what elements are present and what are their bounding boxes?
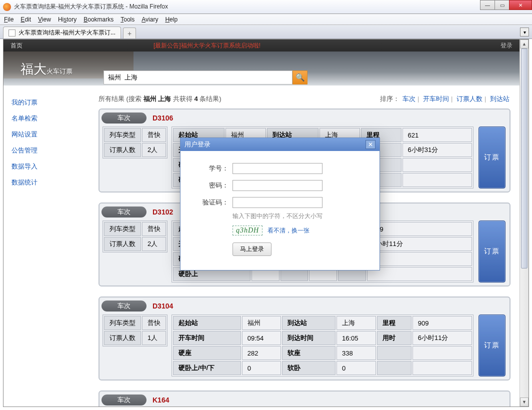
captcha-input[interactable]	[232, 197, 322, 208]
password-input[interactable]	[232, 180, 322, 191]
maximize-button[interactable]: ▭	[494, 0, 510, 10]
window-titlebar: 火车票查询结果-福州大学火车票订票系统 - Mozilla Firefox — …	[0, 0, 532, 14]
book-button[interactable]: 订票	[478, 220, 506, 282]
train-card: 车次 D3104 列车类型普快 订票人数1人 起始站福州 到达站上海 里	[98, 296, 510, 380]
nav-login[interactable]: 登录	[500, 42, 512, 50]
site-topbar: 首页 [最新公告]福州大学火车订票系统启动啦! 登录	[4, 40, 520, 52]
password-label: 密码：	[200, 181, 228, 190]
train-meta-table: 列车类型普快 订票人数2人	[102, 220, 168, 252]
captcha-label: 验证码：	[200, 198, 228, 207]
menu-bookmarks[interactable]: Bookmarks	[84, 16, 114, 23]
login-dialog: 用户登录 ✕ 学号： 密码： 验证码： 输入下图中的字符，不区分大小写 q3hD…	[180, 138, 380, 270]
menu-tools[interactable]: Tools	[120, 16, 134, 23]
search-icon: 🔍	[296, 73, 305, 82]
sort-train-no[interactable]: 车次	[402, 95, 416, 102]
browser-tab[interactable]: 火车票查询结果-福州大学火车票订...	[3, 26, 121, 38]
page-icon	[8, 30, 16, 36]
train-meta-table: 列车类型普快 订票人数2人	[102, 126, 168, 158]
train-number: D3102	[152, 208, 173, 216]
train-meta-table: 列车类型普快 订票人数1人	[102, 314, 168, 346]
train-pill: 车次	[102, 112, 146, 124]
sidenav-data-stats[interactable]: 数据统计	[10, 174, 90, 190]
sidenav-data-import[interactable]: 数据导入	[10, 158, 90, 174]
menu-file[interactable]: File	[4, 16, 14, 23]
window-title: 火车票查询结果-福州大学火车票订票系统 - Mozilla Firefox	[14, 2, 168, 11]
close-button[interactable]: ✕	[509, 0, 532, 10]
announcement-text: [最新公告]福州大学火车订票系统启动啦!	[154, 42, 260, 50]
vertical-scrollbar[interactable]: ▲ ▼	[520, 40, 528, 406]
login-submit-button[interactable]: 马上登录	[232, 242, 272, 256]
book-button[interactable]: 订票	[478, 126, 506, 188]
train-number: D3104	[152, 302, 173, 310]
sort-arrive-station[interactable]: 到达站	[490, 95, 510, 102]
captcha-hint: 输入下图中的字符，不区分大小写	[232, 212, 370, 220]
sidenav-announce-manage[interactable]: 公告管理	[10, 142, 90, 158]
student-id-input[interactable]	[232, 163, 322, 174]
train-pill: 车次	[102, 300, 146, 312]
minimize-button[interactable]: —	[480, 0, 495, 10]
new-tab-button[interactable]: +	[123, 28, 136, 38]
menu-view[interactable]: View	[38, 16, 51, 23]
side-nav: 我的订票 名单检索 网站设置 公告管理 数据导入 数据统计	[4, 90, 96, 406]
dialog-title: 用户登录	[184, 140, 210, 149]
window-controls: — ▭ ✕	[480, 0, 532, 10]
tabstrip: 火车票查询结果-福州大学火车票订... + ▾	[0, 25, 532, 39]
menu-aviary[interactable]: Aviary	[142, 16, 158, 23]
sidenav-my-bookings[interactable]: 我的订票	[10, 94, 90, 110]
sort-depart-time[interactable]: 开车时间	[423, 95, 449, 102]
scroll-up-arrow[interactable]: ▲	[520, 40, 528, 48]
firefox-icon	[3, 3, 11, 11]
train-number: D3106	[152, 114, 173, 122]
hero-banner: 福大火车订票 🔍	[4, 52, 520, 86]
captcha-refresh-link[interactable]: 看不清，换一张	[268, 226, 310, 235]
sort-booked[interactable]: 订票人数	[456, 95, 482, 102]
book-button[interactable]: 订票	[478, 314, 506, 376]
train-pill: 车次	[102, 206, 146, 218]
menu-history[interactable]: History	[58, 16, 76, 23]
nav-home[interactable]: 首页	[10, 42, 22, 50]
train-detail-table: 起始站福州 到达站上海 里程909 开车时间09:54 到达时间16:05 用时…	[172, 314, 474, 376]
menubar: File Edit View History Bookmarks Tools A…	[0, 14, 532, 25]
scroll-down-arrow[interactable]: ▼	[520, 398, 528, 406]
menu-help[interactable]: Help	[165, 16, 178, 23]
search-box: 🔍	[104, 70, 308, 84]
train-pill: 车次	[102, 394, 146, 406]
site-brand: 福大火车订票	[20, 60, 72, 78]
search-button[interactable]: 🔍	[292, 70, 308, 84]
captcha-image: q3hDH	[232, 226, 262, 236]
scrollbar-thumb[interactable]	[521, 48, 528, 268]
dialog-close-button[interactable]: ✕	[366, 140, 376, 149]
train-number: K164	[152, 396, 169, 404]
sidenav-name-search[interactable]: 名单检索	[10, 110, 90, 126]
sidenav-site-settings[interactable]: 网站设置	[10, 126, 90, 142]
student-id-label: 学号：	[200, 164, 228, 173]
tab-list-button[interactable]: ▾	[520, 28, 529, 36]
tab-title: 火车票查询结果-福州大学火车票订...	[18, 28, 116, 37]
train-card: 车次 K164 起始站福州 到达站上海 里程987	[98, 390, 510, 406]
results-header: 所有结果 (搜索 福州 上海 共获得 4 条结果) 排序： 车次| 开车时间| …	[98, 94, 510, 104]
dialog-titlebar: 用户登录 ✕	[180, 138, 380, 151]
search-input[interactable]	[104, 70, 292, 84]
menu-edit[interactable]: Edit	[20, 16, 31, 23]
